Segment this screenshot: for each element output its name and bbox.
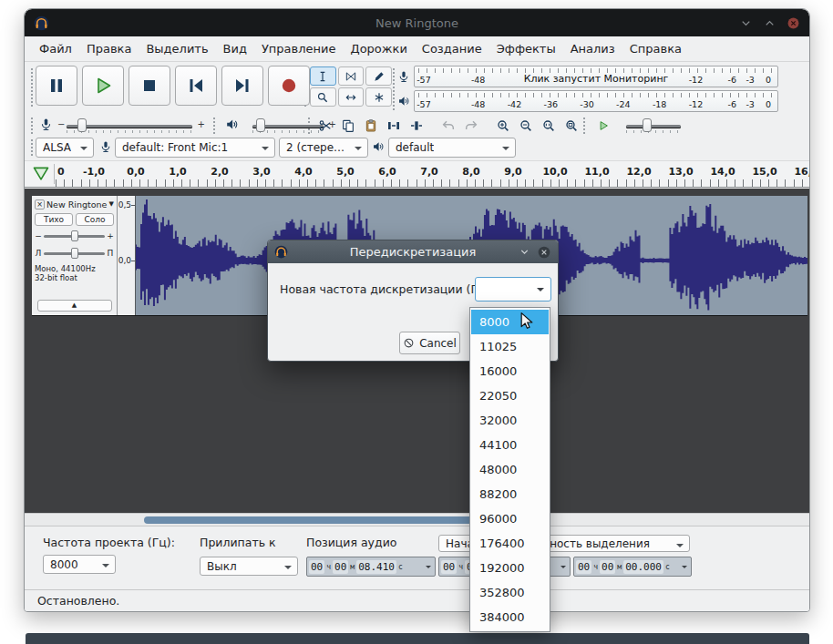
toolbar-grip[interactable] bbox=[212, 117, 216, 135]
cancel-button[interactable]: Cancel bbox=[399, 332, 460, 354]
time-digits[interactable]: 00 bbox=[333, 560, 348, 574]
silence-button[interactable] bbox=[406, 116, 427, 136]
time-digits[interactable]: 00 bbox=[441, 560, 457, 574]
track-close-button[interactable]: × bbox=[35, 199, 45, 210]
menu-item[interactable]: Правка bbox=[79, 38, 139, 59]
play-button[interactable] bbox=[82, 66, 124, 106]
sample-rate-option[interactable]: 192000 bbox=[471, 556, 549, 580]
menu-item[interactable]: Вид bbox=[216, 38, 254, 59]
pan-thumb[interactable] bbox=[71, 248, 78, 259]
time-digits[interactable]: 08.410 bbox=[356, 560, 396, 574]
time-unit[interactable]: с bbox=[664, 563, 671, 571]
sample-rate-option[interactable]: 352800 bbox=[471, 580, 549, 605]
menu-item[interactable]: Анализ bbox=[563, 38, 622, 59]
sample-rate-option[interactable]: 44100 bbox=[471, 433, 549, 457]
menu-item[interactable]: Справка bbox=[622, 38, 689, 59]
zoom-out-button[interactable] bbox=[515, 116, 536, 136]
zoom-fit-button[interactable] bbox=[560, 116, 581, 136]
selection-length-field[interactable]: 00ч00м00.000с bbox=[573, 557, 692, 577]
paste-button[interactable] bbox=[360, 116, 381, 136]
loop-pin-icon[interactable] bbox=[32, 165, 50, 183]
zoom-tool-button[interactable] bbox=[310, 87, 336, 107]
toolbar-grip[interactable] bbox=[392, 67, 396, 111]
slider-thumb[interactable] bbox=[256, 118, 265, 132]
track-name[interactable]: New Ringtone bbox=[46, 199, 108, 210]
time-digits[interactable]: 00 bbox=[309, 560, 324, 574]
menu-item[interactable]: Эффекты bbox=[489, 38, 563, 59]
input-channels-combobox[interactable]: 2 (стерео) к bbox=[279, 138, 368, 158]
recording-volume-slider[interactable]: − + bbox=[56, 116, 207, 136]
sample-rate-option[interactable]: 11025 bbox=[471, 334, 549, 359]
gain-slider[interactable]: − + bbox=[35, 229, 114, 243]
dialog-titlebar[interactable]: Передискретизация bbox=[268, 240, 558, 263]
dialog-close-icon[interactable] bbox=[537, 245, 551, 260]
slider-thumb[interactable] bbox=[643, 118, 652, 132]
close-icon[interactable] bbox=[787, 16, 800, 30]
timeline-ruler[interactable]: 0 -1,00,01,02,03,04,05,06,07,08,09,010,0… bbox=[25, 160, 809, 188]
playback-meter[interactable]: -57-48-42-36-30-24-18-12-6-30 bbox=[397, 89, 778, 112]
skip-end-button[interactable] bbox=[221, 66, 263, 106]
playback-meter-bar[interactable]: -57-48-42-36-30-24-18-12-6-30 bbox=[414, 90, 778, 112]
zoom-in-button[interactable] bbox=[492, 116, 513, 136]
audio-host-combobox[interactable]: ALSA bbox=[36, 138, 94, 158]
recording-meter-bar[interactable]: Клик запустит Мониторинг -57-48-12-6-30 bbox=[414, 66, 778, 87]
slider-track[interactable] bbox=[626, 125, 681, 128]
gain-thumb[interactable] bbox=[71, 230, 78, 241]
toolbar-grip[interactable] bbox=[30, 138, 34, 157]
copy-button[interactable] bbox=[337, 116, 358, 136]
menu-item[interactable]: Файл bbox=[32, 38, 79, 59]
time-digits[interactable]: 00 bbox=[600, 560, 615, 574]
sample-rate-option[interactable]: 48000 bbox=[471, 457, 549, 482]
maximize-icon[interactable] bbox=[763, 16, 776, 30]
project-rate-combobox[interactable]: 8000 bbox=[43, 555, 116, 574]
gain-track[interactable] bbox=[44, 235, 105, 238]
sample-rate-option[interactable]: 96000 bbox=[471, 506, 549, 531]
solo-button[interactable]: Соло bbox=[76, 213, 114, 226]
selection-tool-button[interactable] bbox=[310, 66, 336, 86]
minimize-icon[interactable] bbox=[739, 16, 753, 30]
sample-rate-option[interactable]: 8000 bbox=[471, 310, 549, 334]
track-menu-icon[interactable]: ▼ bbox=[109, 200, 114, 208]
output-device-combobox[interactable]: default bbox=[388, 138, 516, 158]
pause-button[interactable] bbox=[36, 66, 77, 106]
sample-rate-option[interactable]: 32000 bbox=[471, 408, 549, 433]
cut-button[interactable] bbox=[314, 116, 335, 136]
multi-tool-button[interactable] bbox=[365, 87, 392, 107]
mute-button[interactable]: Тихо bbox=[35, 213, 73, 226]
sample-rate-option[interactable]: 384000 bbox=[471, 605, 549, 629]
audio-position-field[interactable]: 00ч00м08.410с bbox=[306, 557, 436, 577]
toolbar-grip[interactable] bbox=[582, 117, 586, 135]
time-unit[interactable]: с bbox=[397, 563, 404, 571]
dialog-shade-icon[interactable] bbox=[519, 246, 530, 258]
skip-start-button[interactable] bbox=[175, 66, 217, 106]
slider-thumb[interactable] bbox=[77, 118, 87, 132]
vertical-ruler[interactable]: 0,50,0 bbox=[118, 196, 136, 315]
zoom-selection-button[interactable] bbox=[538, 116, 559, 136]
redo-button[interactable] bbox=[460, 116, 481, 136]
menu-item[interactable]: Выделить bbox=[139, 38, 215, 59]
time-unit[interactable]: м bbox=[349, 563, 355, 571]
pan-slider[interactable]: Л П bbox=[35, 246, 114, 261]
track-collapse-button[interactable]: ▲ bbox=[37, 300, 112, 312]
horizontal-scrollbar[interactable] bbox=[25, 513, 809, 526]
play-at-speed-button[interactable] bbox=[591, 117, 615, 136]
recording-meter[interactable]: Клик запустит Мониторинг -57-48-12-6-30 bbox=[397, 65, 778, 87]
sample-rate-combobox[interactable] bbox=[475, 277, 551, 302]
record-button[interactable] bbox=[268, 66, 310, 106]
sample-rate-option[interactable]: 88200 bbox=[471, 482, 549, 506]
envelope-tool-button[interactable] bbox=[338, 66, 365, 86]
time-unit[interactable]: м bbox=[616, 563, 622, 571]
toolbar-grip[interactable] bbox=[30, 117, 34, 135]
play-speed-slider[interactable] bbox=[615, 116, 695, 136]
sample-rate-option[interactable]: 176400 bbox=[471, 531, 549, 556]
sample-rate-option[interactable]: 22050 bbox=[471, 383, 549, 408]
time-unit[interactable]: ч bbox=[592, 563, 599, 571]
pan-track[interactable] bbox=[44, 252, 105, 255]
input-device-combobox[interactable]: default: Front Mic:1 bbox=[115, 138, 275, 158]
undo-button[interactable] bbox=[437, 116, 458, 136]
time-digits[interactable]: 00.000 bbox=[623, 560, 663, 574]
menu-item[interactable]: Управление bbox=[254, 38, 344, 59]
menu-item[interactable]: Дорожки bbox=[344, 38, 415, 59]
trim-button[interactable] bbox=[383, 116, 404, 136]
draw-tool-button[interactable] bbox=[365, 66, 392, 86]
